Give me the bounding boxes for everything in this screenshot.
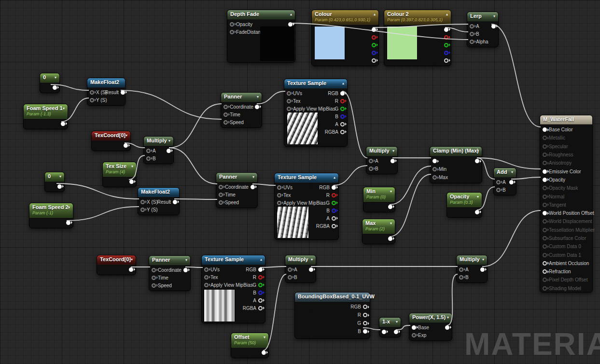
material-graph-canvas[interactable]: MATERIAL Depth Fade▴OpacityFadeDistanceC…: [0, 0, 600, 364]
input-pin-max[interactable]: [433, 175, 437, 180]
input-pin-b[interactable]: [470, 32, 474, 36]
node-multiply-b[interactable]: Multiply▾AB: [366, 146, 398, 174]
input-pin-apply-view-mipbias[interactable]: [277, 201, 281, 205]
output-pin-result[interactable]: [121, 90, 125, 95]
node-foam-speed-2[interactable]: Foam Speed 2Param (-1)▾: [29, 203, 73, 228]
output-pin-r[interactable]: [332, 193, 336, 197]
input-pin-tessellation-multiplier[interactable]: [543, 228, 547, 232]
input-pin-pixel-depth-offset[interactable]: [543, 278, 547, 282]
input-pin-time[interactable]: [223, 112, 228, 117]
output-pin-g[interactable]: [363, 321, 367, 325]
input-pin-time[interactable]: [152, 276, 156, 280]
input-pin-apply-view-mipbias[interactable]: [287, 107, 291, 111]
collapse-chevron-up-icon[interactable]: ▴: [260, 256, 262, 263]
node-texture-sample-b[interactable]: Texture Sample▴UVsRGBTexRApply View MipB…: [274, 173, 339, 240]
node-depth-fade[interactable]: Depth Fade▴OpacityFadeDistance: [227, 10, 295, 63]
output-pin[interactable]: [491, 24, 496, 28]
input-pin-emissive-color[interactable]: [543, 169, 547, 174]
node-header[interactable]: OffsetParam (50)▾: [231, 333, 268, 348]
collapse-chevron-down-icon[interactable]: ▾: [390, 188, 392, 195]
output-pin[interactable]: [444, 51, 448, 55]
node-header[interactable]: Panner▾: [221, 93, 262, 102]
output-pin[interactable]: [475, 159, 479, 163]
node-multiply-a[interactable]: Multiply▾AB: [143, 136, 174, 164]
input-pin-tex[interactable]: [287, 99, 291, 103]
collapse-chevron-down-icon[interactable]: ▾: [131, 256, 133, 263]
input-pin-a[interactable]: [288, 267, 292, 272]
node-boundingbox-uvw[interactable]: BoundingBoxBased_0-1_UVWRGBRGB: [294, 292, 370, 339]
node-texture-sample-c[interactable]: Texture Sample▴UVsRGBTexRApply View MipB…: [201, 255, 265, 323]
node-header[interactable]: OpacityParam (0.3)▾: [447, 193, 482, 207]
output-pin[interactable]: [480, 267, 485, 272]
output-pin-b[interactable]: [363, 329, 367, 334]
collapse-chevron-down-icon[interactable]: ▾: [493, 13, 495, 19]
input-pin-min[interactable]: [433, 167, 437, 171]
input-pin-time[interactable]: [219, 193, 223, 197]
node-header[interactable]: Add▾: [494, 168, 516, 177]
input-pin-metallic[interactable]: [543, 136, 547, 140]
node-header[interactable]: Foam Speed 2Param (-1)▾: [29, 203, 73, 218]
node-header[interactable]: Foam Speed 1Param (-1.3)▾: [24, 104, 68, 119]
node-colour[interactable]: ColourParam (0.423,0.651,0.930,1)▴: [311, 10, 379, 66]
input-pin-uvs[interactable]: [287, 91, 291, 96]
node-header[interactable]: Multiply▾: [285, 255, 316, 265]
node-header[interactable]: MakeFloat2: [138, 188, 179, 197]
node-panner-a[interactable]: Panner▾CoordinateTimeSpeed: [221, 92, 262, 128]
output-pin-result[interactable]: [173, 200, 177, 204]
input-pin-refraction[interactable]: [543, 269, 547, 274]
collapse-chevron-down-icon[interactable]: ▾: [311, 256, 313, 263]
node-panner-c[interactable]: Panner▾CoordinateTimeSpeed: [149, 255, 191, 291]
node-texcoord-0-b[interactable]: TexCoord[0]▾: [97, 255, 136, 275]
output-pin[interactable]: [167, 149, 171, 153]
node-const-0-a[interactable]: 0▾: [40, 73, 60, 93]
input-pin-shading-model[interactable]: [543, 286, 547, 291]
output-pin[interactable]: [129, 267, 133, 272]
output-pin[interactable]: [288, 22, 293, 27]
node-texcoord-0-a[interactable]: TexCoord[0]▾: [91, 131, 131, 151]
node-header[interactable]: 0▾: [40, 73, 59, 83]
collapse-chevron-down-icon[interactable]: ▾: [55, 74, 56, 81]
output-pin[interactable]: [129, 180, 134, 184]
node-header[interactable]: BoundingBoxBased_0-1_UVW: [295, 293, 370, 302]
output-pin[interactable]: [509, 180, 514, 184]
node-header[interactable]: TexCoord[0]▾: [92, 131, 130, 140]
output-pin[interactable]: [309, 267, 313, 272]
input-pin-b[interactable]: [459, 275, 463, 280]
input-pin-coordinate[interactable]: [223, 105, 228, 109]
output-pin[interactable]: [372, 28, 376, 32]
node-header[interactable]: Clamp (Min) (Max)▾: [430, 147, 482, 156]
collapse-chevron-down-icon[interactable]: ▾: [392, 148, 394, 154]
output-pin-a[interactable]: [340, 122, 345, 126]
input-pin-opacity-mask[interactable]: [543, 186, 547, 190]
input-pin-apply-view-mipbias[interactable]: [204, 283, 209, 287]
input-pin-anisotropy[interactable]: [543, 161, 547, 165]
node-header[interactable]: Texture Sample▴: [202, 255, 265, 265]
output-pin[interactable]: [444, 35, 448, 40]
output-pin-r[interactable]: [340, 99, 345, 103]
input-pin-opacity[interactable]: [230, 22, 234, 27]
collapse-chevron-down-icon[interactable]: ▾: [252, 174, 254, 180]
input-pin-tangent[interactable]: [543, 203, 547, 207]
node-tex-size[interactable]: Tex SizeParam (4)▾: [102, 162, 137, 187]
input-pin-custom-data-0[interactable]: [543, 244, 547, 249]
node-header[interactable]: TexCoord[0]▾: [97, 255, 136, 265]
node-header[interactable]: ColourParam (0.423,0.651,0.930,1)▴: [312, 10, 378, 25]
output-pin-rgb[interactable]: [363, 305, 367, 309]
output-pin[interactable]: [124, 143, 128, 148]
input-pin-subsurface-color[interactable]: [543, 236, 547, 240]
node-max[interactable]: MaxParam (2)▾: [362, 219, 395, 244]
input-pin-specular[interactable]: [543, 144, 547, 149]
output-pin-rgb[interactable]: [332, 185, 336, 190]
node-offset[interactable]: OffsetParam (50)▾: [231, 333, 269, 358]
node-makefloat2-a[interactable]: MakeFloat2X (S)ResultY (S): [87, 78, 126, 106]
collapse-chevron-down-icon[interactable]: ▾: [185, 257, 187, 263]
output-pin[interactable]: [445, 325, 449, 330]
output-pin[interactable]: [372, 51, 376, 55]
collapse-chevron-down-icon[interactable]: ▾: [59, 173, 61, 180]
input-pin-a[interactable]: [146, 149, 151, 153]
input-pin-b[interactable]: [288, 275, 292, 280]
input-pin-world-position-offset[interactable]: [543, 211, 547, 215]
node-add[interactable]: Add▾AB: [493, 168, 516, 196]
node-header[interactable]: 1-x▾: [379, 318, 401, 327]
input-pin-tex[interactable]: [204, 275, 209, 280]
